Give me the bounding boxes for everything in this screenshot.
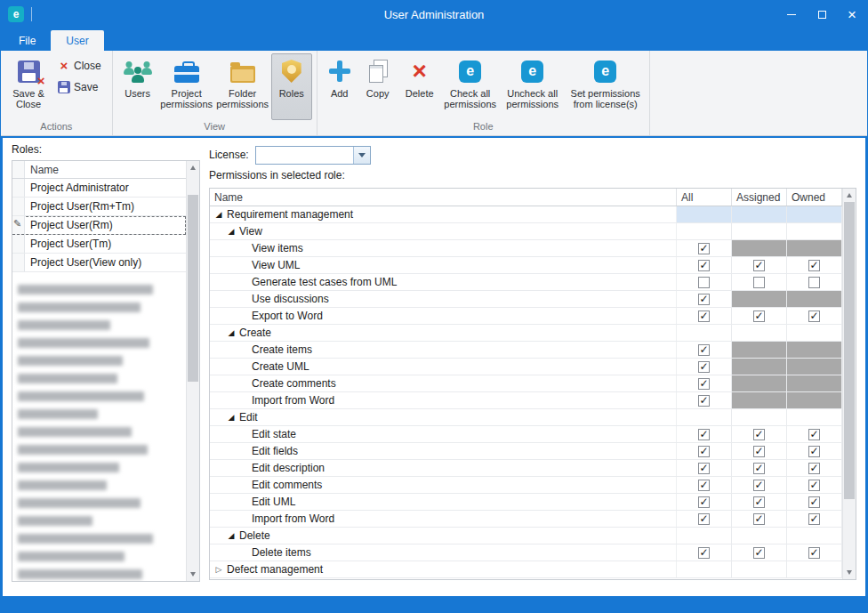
expander-expanded-icon[interactable]: [226, 531, 237, 540]
set-permissions-from-license-button[interactable]: Set permissions from license(s): [567, 53, 645, 120]
checkbox-checked[interactable]: [808, 496, 820, 508]
cell-all-checked[interactable]: [677, 291, 732, 307]
roles-list-row[interactable]: Project User(View only): [12, 254, 186, 272]
copy-button[interactable]: Copy: [358, 53, 398, 120]
roles-list-row[interactable]: Project User(Tm): [12, 235, 186, 254]
roles-button[interactable]: Roles: [271, 53, 312, 120]
cell-owned-checked[interactable]: [787, 494, 842, 510]
checkbox-checked[interactable]: [698, 294, 710, 305]
cell-all-checked[interactable]: [677, 342, 732, 358]
checkbox-checked[interactable]: [698, 547, 710, 559]
checkbox-checked[interactable]: [698, 344, 710, 356]
uncheck-all-permissions-button[interactable]: Uncheck all permissions: [500, 53, 566, 120]
permissions-row[interactable]: Import from Word: [210, 511, 842, 528]
save-button[interactable]: Save: [54, 77, 108, 96]
roles-list-row[interactable]: Project User(Rm+Tm): [12, 198, 186, 216]
project-permissions-button[interactable]: Project permissions: [159, 53, 214, 120]
tab-file[interactable]: File: [4, 30, 51, 51]
roles-scrollbar-thumb[interactable]: [188, 195, 198, 382]
ribbon-close-button[interactable]: × Close: [54, 56, 108, 75]
permissions-row[interactable]: Create items: [210, 342, 842, 359]
app-logo-icon[interactable]: [8, 6, 24, 22]
checkbox-checked[interactable]: [753, 446, 765, 457]
cell-owned-checked[interactable]: [787, 544, 842, 561]
checkbox-checked[interactable]: [753, 311, 765, 322]
cell-all-checked[interactable]: [677, 494, 732, 510]
permissions-row[interactable]: View: [210, 223, 842, 240]
checkbox-checked[interactable]: [698, 463, 710, 474]
cell-owned-checked[interactable]: [787, 477, 842, 493]
checkbox-checked[interactable]: [753, 547, 765, 559]
scroll-down-arrow[interactable]: [187, 568, 200, 581]
permissions-row[interactable]: Use discussions: [210, 291, 842, 308]
cell-all-unchecked[interactable]: [677, 274, 732, 290]
cell-assigned-checked[interactable]: [732, 426, 787, 442]
checkbox-checked[interactable]: [808, 429, 820, 440]
checkbox-unchecked[interactable]: [753, 277, 765, 288]
permissions-scrollbar-thumb[interactable]: [844, 202, 855, 499]
cell-assigned-checked[interactable]: [732, 308, 787, 324]
cell-assigned-checked[interactable]: [732, 460, 787, 476]
checkbox-checked[interactable]: [808, 260, 820, 271]
scroll-down-arrow[interactable]: [843, 566, 856, 579]
cell-assigned-checked[interactable]: [732, 544, 787, 561]
close-button[interactable]: ×: [837, 0, 867, 28]
checkbox-checked[interactable]: [698, 361, 710, 373]
cell-assigned-checked[interactable]: [732, 257, 787, 273]
license-combobox[interactable]: [255, 146, 371, 165]
permissions-row[interactable]: Edit: [210, 409, 842, 426]
checkbox-checked[interactable]: [753, 260, 765, 271]
expander-expanded-icon[interactable]: [213, 210, 224, 219]
cell-owned-unchecked[interactable]: [787, 274, 842, 290]
checkbox-checked[interactable]: [808, 463, 820, 474]
tab-user[interactable]: User: [51, 30, 103, 51]
checkbox-checked[interactable]: [698, 378, 710, 390]
permissions-row[interactable]: Create UML: [210, 359, 842, 375]
permissions-row[interactable]: Import from Word: [210, 392, 842, 409]
checkbox-checked[interactable]: [753, 463, 765, 474]
checkbox-checked[interactable]: [698, 311, 710, 322]
cell-assigned-checked[interactable]: [732, 511, 787, 527]
cell-all-checked[interactable]: [677, 392, 732, 408]
add-button[interactable]: Add: [322, 53, 358, 120]
checkbox-checked[interactable]: [808, 513, 820, 525]
checkbox-checked[interactable]: [753, 429, 765, 440]
checkbox-checked[interactable]: [698, 395, 710, 407]
cell-all-checked[interactable]: [677, 308, 732, 324]
cell-all-checked[interactable]: [677, 257, 732, 273]
maximize-button[interactable]: [807, 0, 837, 28]
checkbox-checked[interactable]: [808, 547, 820, 559]
folder-permissions-button[interactable]: Folder permissions: [215, 53, 270, 120]
permissions-scrollbar[interactable]: [842, 189, 856, 579]
permissions-row[interactable]: Create: [210, 325, 842, 342]
license-dropdown-button[interactable]: [353, 147, 370, 164]
checkbox-checked[interactable]: [698, 429, 710, 440]
permissions-row[interactable]: Requirement management: [210, 206, 842, 223]
permissions-row[interactable]: Delete: [210, 528, 842, 544]
checkbox-checked[interactable]: [698, 260, 710, 271]
license-input[interactable]: [256, 147, 353, 164]
checkbox-checked[interactable]: [698, 480, 710, 491]
permissions-row[interactable]: Export to Word: [210, 308, 842, 325]
scroll-up-arrow[interactable]: [187, 161, 200, 174]
permissions-row[interactable]: Edit fields: [210, 443, 842, 460]
permissions-row[interactable]: Edit state: [210, 426, 842, 443]
cell-owned-checked[interactable]: [787, 511, 842, 527]
cell-owned-checked[interactable]: [787, 308, 842, 324]
users-button[interactable]: Users: [117, 53, 158, 120]
cell-assigned-checked[interactable]: [732, 477, 787, 493]
permissions-row[interactable]: Create comments: [210, 375, 842, 392]
roles-list-row[interactable]: Project Administrator: [12, 179, 186, 198]
expander-expanded-icon[interactable]: [226, 227, 237, 236]
expander-expanded-icon[interactable]: [226, 328, 237, 337]
scroll-up-arrow[interactable]: [843, 189, 856, 202]
cell-owned-checked[interactable]: [787, 443, 842, 459]
cell-assigned-unchecked[interactable]: [732, 274, 787, 290]
cell-owned-checked[interactable]: [787, 426, 842, 442]
cell-all-checked[interactable]: [677, 240, 732, 256]
cell-owned-checked[interactable]: [787, 257, 842, 273]
checkbox-unchecked[interactable]: [808, 277, 820, 288]
cell-assigned-checked[interactable]: [732, 443, 787, 459]
cell-owned-checked[interactable]: [787, 460, 842, 476]
permissions-row[interactable]: Edit comments: [210, 477, 842, 494]
